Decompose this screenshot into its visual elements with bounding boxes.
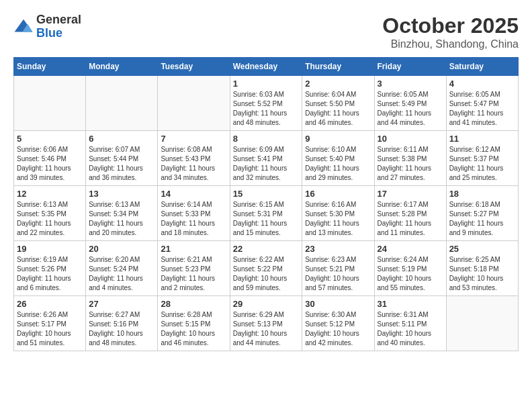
day-number: 18 (449, 189, 515, 199)
day-number: 16 (305, 189, 371, 199)
week-row-4: 19Sunrise: 6:19 AM Sunset: 5:26 PM Dayli… (14, 241, 519, 296)
calendar-cell: 16Sunrise: 6:16 AM Sunset: 5:30 PM Dayli… (302, 186, 374, 241)
calendar-cell: 23Sunrise: 6:23 AM Sunset: 5:21 PM Dayli… (302, 241, 374, 296)
page-header: General Blue October 2025 Binzhou, Shand… (13, 13, 519, 50)
week-row-5: 26Sunrise: 6:26 AM Sunset: 5:17 PM Dayli… (14, 296, 519, 351)
calendar-cell: 9Sunrise: 6:10 AM Sunset: 5:40 PM Daylig… (302, 131, 374, 186)
calendar-cell: 31Sunrise: 6:31 AM Sunset: 5:11 PM Dayli… (374, 296, 446, 351)
day-number: 28 (161, 299, 226, 309)
calendar-cell: 28Sunrise: 6:28 AM Sunset: 5:15 PM Dayli… (158, 296, 230, 351)
calendar-cell: 20Sunrise: 6:20 AM Sunset: 5:24 PM Dayli… (86, 241, 158, 296)
day-info: Sunrise: 6:08 AM Sunset: 5:43 PM Dayligh… (161, 145, 226, 183)
calendar-cell: 18Sunrise: 6:18 AM Sunset: 5:27 PM Dayli… (446, 186, 518, 241)
day-info: Sunrise: 6:07 AM Sunset: 5:44 PM Dayligh… (89, 145, 154, 183)
logo-general: General (36, 13, 81, 27)
day-number: 6 (89, 134, 154, 144)
logo-blue: Blue (36, 27, 81, 40)
day-info: Sunrise: 6:25 AM Sunset: 5:18 PM Dayligh… (449, 255, 515, 293)
calendar-cell: 15Sunrise: 6:15 AM Sunset: 5:31 PM Dayli… (230, 186, 302, 241)
calendar-cell: 21Sunrise: 6:21 AM Sunset: 5:23 PM Dayli… (158, 241, 230, 296)
header-saturday: Saturday (446, 58, 518, 76)
calendar-cell: 14Sunrise: 6:14 AM Sunset: 5:33 PM Dayli… (158, 186, 230, 241)
day-info: Sunrise: 6:28 AM Sunset: 5:15 PM Dayligh… (161, 310, 226, 348)
day-number: 13 (89, 189, 154, 199)
day-info: Sunrise: 6:13 AM Sunset: 5:34 PM Dayligh… (89, 200, 154, 238)
location-subtitle: Binzhou, Shandong, China (382, 38, 519, 50)
day-info: Sunrise: 6:15 AM Sunset: 5:31 PM Dayligh… (233, 200, 300, 238)
day-number: 11 (449, 134, 515, 144)
day-number: 30 (305, 299, 371, 309)
day-info: Sunrise: 6:13 AM Sunset: 5:35 PM Dayligh… (17, 200, 83, 238)
week-row-2: 5Sunrise: 6:06 AM Sunset: 5:46 PM Daylig… (14, 131, 519, 186)
day-number: 8 (233, 134, 300, 144)
calendar-cell: 11Sunrise: 6:12 AM Sunset: 5:37 PM Dayli… (446, 131, 518, 186)
day-info: Sunrise: 6:05 AM Sunset: 5:47 PM Dayligh… (449, 90, 515, 128)
day-number: 3 (378, 79, 443, 89)
day-number: 14 (161, 189, 226, 199)
day-info: Sunrise: 6:11 AM Sunset: 5:38 PM Dayligh… (378, 145, 443, 183)
day-number: 4 (449, 79, 515, 89)
calendar-cell (446, 296, 518, 351)
header-friday: Friday (374, 58, 446, 76)
day-info: Sunrise: 6:20 AM Sunset: 5:24 PM Dayligh… (89, 255, 154, 293)
calendar-cell: 10Sunrise: 6:11 AM Sunset: 5:38 PM Dayli… (374, 131, 446, 186)
calendar-cell: 1Sunrise: 6:03 AM Sunset: 5:52 PM Daylig… (230, 76, 302, 131)
day-number: 27 (89, 299, 154, 309)
calendar-cell: 12Sunrise: 6:13 AM Sunset: 5:35 PM Dayli… (14, 186, 86, 241)
calendar-cell: 26Sunrise: 6:26 AM Sunset: 5:17 PM Dayli… (14, 296, 86, 351)
title-block: October 2025 Binzhou, Shandong, China (382, 13, 519, 50)
day-info: Sunrise: 6:17 AM Sunset: 5:28 PM Dayligh… (378, 200, 443, 238)
day-number: 12 (17, 189, 83, 199)
day-info: Sunrise: 6:06 AM Sunset: 5:46 PM Dayligh… (17, 145, 83, 183)
day-info: Sunrise: 6:26 AM Sunset: 5:17 PM Dayligh… (17, 310, 83, 348)
header-monday: Monday (86, 58, 158, 76)
day-number: 2 (305, 79, 371, 89)
day-info: Sunrise: 6:14 AM Sunset: 5:33 PM Dayligh… (161, 200, 226, 238)
weekday-header-row: Sunday Monday Tuesday Wednesday Thursday… (14, 58, 519, 76)
calendar-cell: 7Sunrise: 6:08 AM Sunset: 5:43 PM Daylig… (158, 131, 230, 186)
calendar-cell: 30Sunrise: 6:30 AM Sunset: 5:12 PM Dayli… (302, 296, 374, 351)
calendar-cell (86, 76, 158, 131)
calendar-cell: 5Sunrise: 6:06 AM Sunset: 5:46 PM Daylig… (14, 131, 86, 186)
day-number: 15 (233, 189, 300, 199)
day-number: 21 (161, 244, 226, 254)
logo-text: General Blue (36, 13, 81, 40)
calendar-table: Sunday Monday Tuesday Wednesday Thursday… (13, 57, 519, 351)
header-wednesday: Wednesday (230, 58, 302, 76)
calendar-cell: 19Sunrise: 6:19 AM Sunset: 5:26 PM Dayli… (14, 241, 86, 296)
day-number: 5 (17, 134, 83, 144)
day-info: Sunrise: 6:27 AM Sunset: 5:16 PM Dayligh… (89, 310, 154, 348)
day-number: 1 (233, 79, 300, 89)
calendar-cell: 17Sunrise: 6:17 AM Sunset: 5:28 PM Dayli… (374, 186, 446, 241)
day-info: Sunrise: 6:18 AM Sunset: 5:27 PM Dayligh… (449, 200, 515, 238)
calendar-cell: 27Sunrise: 6:27 AM Sunset: 5:16 PM Dayli… (86, 296, 158, 351)
logo-icon (13, 17, 34, 37)
day-info: Sunrise: 6:31 AM Sunset: 5:11 PM Dayligh… (378, 310, 443, 348)
day-number: 26 (17, 299, 83, 309)
calendar-cell: 22Sunrise: 6:22 AM Sunset: 5:22 PM Dayli… (230, 241, 302, 296)
day-number: 17 (378, 189, 443, 199)
day-info: Sunrise: 6:24 AM Sunset: 5:19 PM Dayligh… (378, 255, 443, 293)
header-tuesday: Tuesday (158, 58, 230, 76)
week-row-1: 1Sunrise: 6:03 AM Sunset: 5:52 PM Daylig… (14, 76, 519, 131)
day-number: 23 (305, 244, 371, 254)
day-number: 9 (305, 134, 371, 144)
calendar-cell: 25Sunrise: 6:25 AM Sunset: 5:18 PM Dayli… (446, 241, 518, 296)
header-sunday: Sunday (14, 58, 86, 76)
day-info: Sunrise: 6:30 AM Sunset: 5:12 PM Dayligh… (305, 310, 371, 348)
calendar-cell: 13Sunrise: 6:13 AM Sunset: 5:34 PM Dayli… (86, 186, 158, 241)
day-number: 31 (378, 299, 443, 309)
calendar-cell: 2Sunrise: 6:04 AM Sunset: 5:50 PM Daylig… (302, 76, 374, 131)
calendar-cell (14, 76, 86, 131)
calendar-cell: 6Sunrise: 6:07 AM Sunset: 5:44 PM Daylig… (86, 131, 158, 186)
day-info: Sunrise: 6:23 AM Sunset: 5:21 PM Dayligh… (305, 255, 371, 293)
calendar-cell: 8Sunrise: 6:09 AM Sunset: 5:41 PM Daylig… (230, 131, 302, 186)
logo: General Blue (13, 13, 81, 40)
calendar-cell: 29Sunrise: 6:29 AM Sunset: 5:13 PM Dayli… (230, 296, 302, 351)
day-info: Sunrise: 6:29 AM Sunset: 5:13 PM Dayligh… (233, 310, 300, 348)
day-info: Sunrise: 6:03 AM Sunset: 5:52 PM Dayligh… (233, 90, 300, 128)
day-info: Sunrise: 6:22 AM Sunset: 5:22 PM Dayligh… (233, 255, 300, 293)
header-thursday: Thursday (302, 58, 374, 76)
day-number: 24 (378, 244, 443, 254)
day-info: Sunrise: 6:21 AM Sunset: 5:23 PM Dayligh… (161, 255, 226, 293)
